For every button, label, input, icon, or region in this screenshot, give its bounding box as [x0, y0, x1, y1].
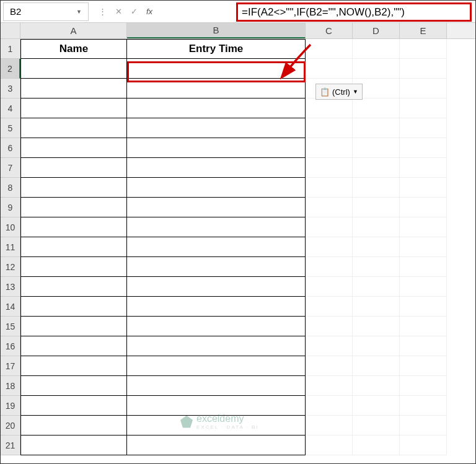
cell-C11[interactable]: [306, 237, 353, 257]
cell-A1[interactable]: Name: [20, 39, 127, 59]
cell-D7[interactable]: [353, 158, 400, 178]
row-header[interactable]: 1: [1, 39, 20, 59]
cell-B3[interactable]: [127, 79, 306, 98]
cell-C17[interactable]: [306, 356, 353, 376]
cell-E13[interactable]: [400, 277, 447, 297]
cell-E15[interactable]: [400, 317, 447, 336]
cell-C15[interactable]: [306, 317, 353, 336]
cell-B9[interactable]: [127, 198, 306, 217]
cell-B8[interactable]: [127, 178, 306, 198]
cell-D15[interactable]: [353, 317, 400, 336]
row-header[interactable]: 9: [1, 198, 20, 217]
cell-B18[interactable]: [127, 376, 306, 396]
cell-E16[interactable]: [400, 336, 447, 356]
cell-D19[interactable]: [353, 396, 400, 416]
row-header[interactable]: 4: [1, 98, 20, 118]
row-header[interactable]: 6: [1, 138, 20, 158]
select-all-corner[interactable]: [1, 23, 20, 38]
row-header[interactable]: 5: [1, 118, 20, 138]
cell-C14[interactable]: [306, 297, 353, 317]
cell-D1[interactable]: [353, 39, 400, 59]
cell-A8[interactable]: [20, 178, 127, 198]
row-header[interactable]: 3: [1, 79, 20, 98]
cell-E18[interactable]: [400, 376, 447, 396]
cell-C19[interactable]: [306, 396, 353, 416]
cell-E11[interactable]: [400, 237, 447, 257]
cell-D16[interactable]: [353, 336, 400, 356]
cell-A15[interactable]: [20, 317, 127, 336]
row-header[interactable]: 20: [1, 416, 20, 436]
cell-A9[interactable]: [20, 198, 127, 217]
cell-C12[interactable]: [306, 257, 353, 277]
cell-A7[interactable]: [20, 158, 127, 178]
cell-D10[interactable]: [353, 217, 400, 237]
row-header[interactable]: 13: [1, 277, 20, 297]
cell-B6[interactable]: [127, 138, 306, 158]
cell-E4[interactable]: [400, 98, 447, 118]
col-header-b[interactable]: B: [127, 23, 306, 38]
cell-E8[interactable]: [400, 178, 447, 198]
cell-E19[interactable]: [400, 396, 447, 416]
cell-A2[interactable]: [20, 59, 127, 79]
cell-E2[interactable]: [400, 59, 447, 79]
cell-C21[interactable]: [306, 436, 353, 455]
cell-B7[interactable]: [127, 158, 306, 178]
cell-D21[interactable]: [353, 436, 400, 455]
cell-B13[interactable]: [127, 277, 306, 297]
cell-A17[interactable]: [20, 356, 127, 376]
row-header[interactable]: 8: [1, 178, 20, 198]
col-header-c[interactable]: C: [306, 23, 353, 38]
cell-B15[interactable]: [127, 317, 306, 336]
row-header[interactable]: 12: [1, 257, 20, 277]
cell-B17[interactable]: [127, 356, 306, 376]
cell-B2[interactable]: [127, 59, 306, 79]
cell-B16[interactable]: [127, 336, 306, 356]
cell-E10[interactable]: [400, 217, 447, 237]
cell-D11[interactable]: [353, 237, 400, 257]
cell-D20[interactable]: [353, 416, 400, 436]
col-header-d[interactable]: D: [353, 23, 400, 38]
cell-E9[interactable]: [400, 198, 447, 217]
cell-A19[interactable]: [20, 396, 127, 416]
cell-C7[interactable]: [306, 158, 353, 178]
cell-B10[interactable]: [127, 217, 306, 237]
row-header[interactable]: 14: [1, 297, 20, 317]
cell-C13[interactable]: [306, 277, 353, 297]
cell-B11[interactable]: [127, 237, 306, 257]
cell-C2[interactable]: [306, 59, 353, 79]
cell-C18[interactable]: [306, 376, 353, 396]
cell-A12[interactable]: [20, 257, 127, 277]
row-header[interactable]: 16: [1, 336, 20, 356]
cell-D4[interactable]: [353, 98, 400, 118]
cell-A3[interactable]: [20, 79, 127, 98]
row-header[interactable]: 17: [1, 356, 20, 376]
cell-A16[interactable]: [20, 336, 127, 356]
row-header[interactable]: 2: [1, 59, 20, 79]
name-box[interactable]: B2 ▼: [3, 2, 89, 21]
cell-E6[interactable]: [400, 138, 447, 158]
row-header[interactable]: 15: [1, 317, 20, 336]
cell-E7[interactable]: [400, 158, 447, 178]
col-header-e[interactable]: E: [400, 23, 447, 38]
cell-A14[interactable]: [20, 297, 127, 317]
cell-D5[interactable]: [353, 118, 400, 138]
cell-D17[interactable]: [353, 356, 400, 376]
cell-C16[interactable]: [306, 336, 353, 356]
cell-A4[interactable]: [20, 98, 127, 118]
chevron-down-icon[interactable]: ▼: [76, 9, 82, 15]
cell-E21[interactable]: [400, 436, 447, 455]
row-header[interactable]: 10: [1, 217, 20, 237]
cell-A21[interactable]: [20, 436, 127, 455]
cell-C8[interactable]: [306, 178, 353, 198]
cell-B5[interactable]: [127, 118, 306, 138]
fx-icon[interactable]: fx: [146, 7, 152, 16]
paste-options-button[interactable]: 📋 (Ctrl) ▼: [315, 84, 363, 100]
cancel-icon[interactable]: ✕: [115, 7, 122, 16]
row-header[interactable]: 11: [1, 237, 20, 257]
cell-D14[interactable]: [353, 297, 400, 317]
row-header[interactable]: 19: [1, 396, 20, 416]
cell-C20[interactable]: [306, 416, 353, 436]
cell-D6[interactable]: [353, 138, 400, 158]
cell-B1[interactable]: Entry Time: [127, 39, 306, 59]
cell-C1[interactable]: [306, 39, 353, 59]
